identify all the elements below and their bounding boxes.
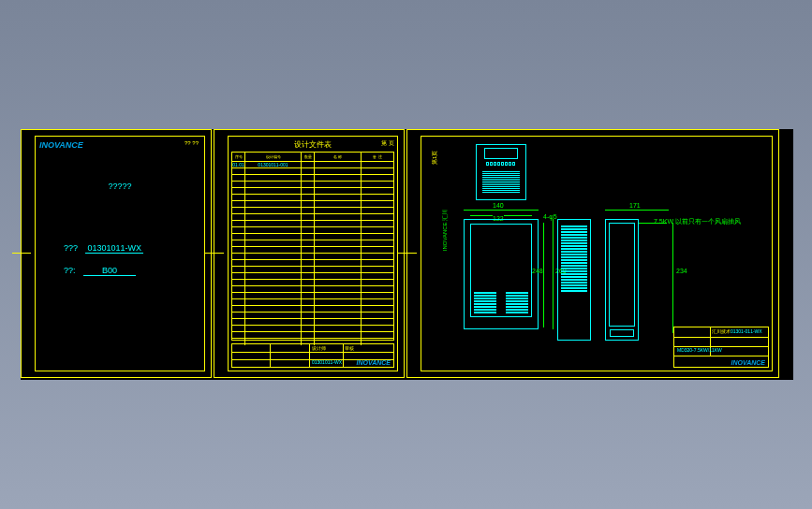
code-label: ??? xyxy=(64,243,78,253)
table-cell xyxy=(302,254,315,259)
table-row xyxy=(232,221,393,227)
dim-w-outer: 140 xyxy=(493,202,504,209)
table-cell xyxy=(315,201,362,207)
table-cell xyxy=(232,168,245,174)
table-cell xyxy=(302,175,315,181)
table-cell xyxy=(362,227,393,233)
dim-h-side: 234 xyxy=(676,268,687,274)
dim-line-h-side xyxy=(672,223,673,333)
front-vent-left xyxy=(474,292,496,313)
table-row xyxy=(232,175,393,182)
table-row xyxy=(232,267,393,273)
table-cell xyxy=(362,286,393,292)
table-cell xyxy=(315,319,362,325)
cad-drawing-area: INOVANCE ?? ?? ????? ??? 01301011-WX ??:… xyxy=(21,129,793,380)
table-cell xyxy=(245,214,302,220)
table-row xyxy=(232,280,393,286)
table-cell xyxy=(245,221,302,226)
table-row xyxy=(232,188,393,195)
table-cell xyxy=(315,175,362,181)
table-cell xyxy=(245,319,302,325)
table-cell xyxy=(315,188,362,194)
dim-line-w-outer xyxy=(464,210,539,211)
tb2-design: 设计师 xyxy=(312,345,326,351)
table-cell xyxy=(315,332,362,338)
table-row xyxy=(232,227,393,234)
table-cell xyxy=(302,260,315,266)
tb-proj: 汇川技术 xyxy=(712,328,731,334)
doc-title: ????? xyxy=(108,182,131,191)
table-cell xyxy=(302,162,315,167)
table-cell xyxy=(315,286,362,292)
table-row xyxy=(232,247,393,254)
table-cell xyxy=(302,313,315,318)
col-remark: 备 注 xyxy=(362,153,393,161)
ver-label: ??: xyxy=(64,266,76,275)
ver-value: B00 xyxy=(83,266,136,276)
display-panel xyxy=(484,148,518,159)
device-side-view-2 xyxy=(605,219,639,341)
table-cell xyxy=(315,214,362,220)
table-cell xyxy=(232,175,245,181)
table-cell xyxy=(245,293,302,298)
table-cell xyxy=(245,286,302,292)
table-cell xyxy=(232,326,245,331)
table-cell xyxy=(315,168,362,174)
table-cell xyxy=(362,319,393,325)
table-cell: 01.01 xyxy=(232,162,245,167)
table-cell xyxy=(362,195,393,200)
table-cell xyxy=(362,313,393,318)
table-cell xyxy=(245,208,302,213)
device-top-view xyxy=(476,144,526,200)
table-cell xyxy=(302,326,315,331)
table-cell xyxy=(315,195,362,200)
table-cell xyxy=(302,208,315,213)
table-row xyxy=(232,254,393,260)
col-name: 名 称 xyxy=(315,153,362,161)
table-cell xyxy=(302,293,315,298)
sheet3-frame: 第1页 INOVANCE 汇川 140 122 4-φ5 xyxy=(421,136,773,371)
table-cell xyxy=(302,182,315,187)
page-mark: 第 页 xyxy=(381,139,394,148)
table-cell xyxy=(232,247,245,253)
table-cell xyxy=(362,234,393,240)
dim-line-h-outer xyxy=(553,219,554,329)
table-cell xyxy=(302,234,315,240)
table-row xyxy=(232,306,393,313)
table-row xyxy=(232,195,393,201)
table-cell xyxy=(315,227,362,233)
table-cell xyxy=(302,240,315,246)
device-front-view xyxy=(464,219,539,329)
sheet3-titleblock: 汇川技术 01301-011-WX MD320-7.5KW/11KW INOVA… xyxy=(673,327,769,368)
table-cell xyxy=(232,240,245,246)
table-row xyxy=(232,293,393,299)
table-cell xyxy=(362,214,393,220)
table-row xyxy=(232,313,393,319)
table-cell xyxy=(315,208,362,213)
front-vent-right xyxy=(506,292,528,313)
table-cell xyxy=(232,201,245,207)
table-header: 序号 设计编号 数量 名 称 备 注 xyxy=(232,153,393,162)
table-cell xyxy=(245,306,302,312)
table-cell xyxy=(245,195,302,200)
table-cell xyxy=(315,273,362,279)
table-cell xyxy=(245,267,302,272)
table-cell xyxy=(315,306,362,312)
table-cell xyxy=(245,313,302,318)
side2-body xyxy=(609,223,635,327)
side2-base xyxy=(610,329,634,337)
table-row xyxy=(232,240,393,247)
device-side-view-1 xyxy=(557,219,591,341)
table-cell xyxy=(232,332,245,338)
table-cell xyxy=(315,267,362,272)
table-cell xyxy=(315,299,362,305)
table-cell xyxy=(232,182,245,187)
table-cell xyxy=(362,208,393,213)
tb-part: 01301-011-WX xyxy=(731,328,762,334)
table-cell xyxy=(245,260,302,266)
table-cell xyxy=(362,201,393,207)
table-cell xyxy=(315,326,362,331)
table-cell xyxy=(362,182,393,187)
table-row xyxy=(232,168,393,175)
table-cell xyxy=(232,254,245,259)
